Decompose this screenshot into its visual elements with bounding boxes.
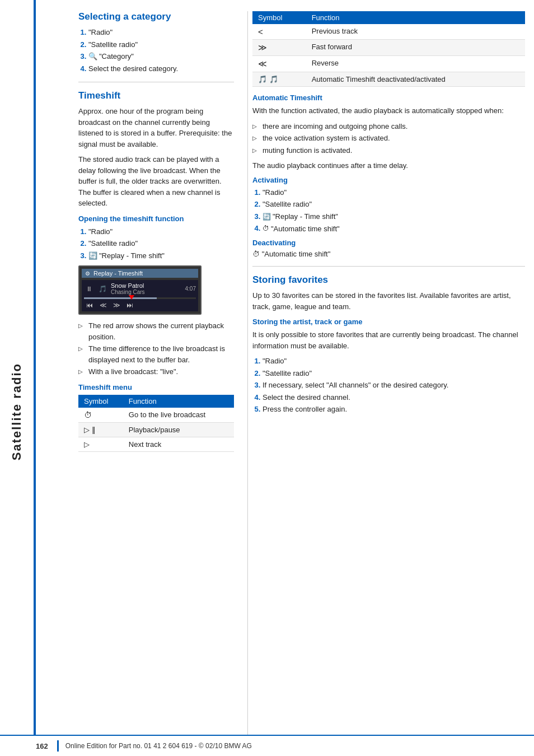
store-step-1: "Radio" (263, 356, 525, 367)
ts-track-sub: Chasing Cars (111, 289, 182, 295)
ts-title-text: Replay - Timeshift (93, 270, 143, 277)
ts-row1-func: Go to the live broadcast (123, 408, 234, 423)
table-row: ▷ ‖ Playback/pause (78, 422, 234, 437)
activating-steps: "Radio" "Satellite radio" 🔄"Replay - Tim… (263, 187, 525, 235)
timeshift-screenshot: ⚙ Replay - Timeshift ⏸ 🎵 Snow Patrol Cha… (78, 265, 202, 315)
ts-menu-func-col: Function (123, 395, 234, 408)
selecting-category-title: Selecting a category (78, 11, 234, 22)
left-column: Selecting a category "Radio" "Satellite … (69, 11, 243, 745)
sidebar-label: Satellite radio (10, 363, 24, 460)
ts-track-title: Snow Patrol (111, 282, 182, 289)
timeshift-menu-table: Symbol Function ⏱ Go to the live broadca… (78, 395, 234, 452)
store-step-5: Press the controller again. (263, 404, 525, 415)
table-row: 🎵 🎵 Automatic Timeshift deactivated/acti… (252, 72, 525, 87)
main-content: Selecting a category "Radio" "Satellite … (69, 0, 534, 756)
store-step-3: If necessary, select "All channels" or t… (263, 380, 525, 391)
store-step-2: "Satellite radio" (263, 368, 525, 379)
deactivating-section: ⏱ "Automatic time shift" (252, 250, 525, 258)
sym-row2-sym: ≫ (252, 40, 306, 56)
page-footer: 162 Online Edition for Part no. 01 41 2 … (0, 735, 534, 756)
sym-row3-func: Reverse (306, 56, 525, 72)
ts-skip-back: ⏮ (84, 301, 95, 309)
deactivating-title: Deactivating (252, 239, 525, 247)
sym-row2-func: Fast forward (306, 40, 525, 56)
auto-timeshift-title: Automatic Timeshift (252, 94, 525, 102)
replay-icon: 🔄 (88, 250, 97, 262)
ts-row1-sym: ⏱ (78, 408, 123, 423)
act-step-4: ⏱"Automatic time shift" (263, 223, 525, 234)
timeshift-title: Timeshift (78, 90, 234, 101)
step-1: "Radio" (88, 27, 234, 38)
table-row: < Previous track (252, 24, 525, 40)
ts-time: 4:07 (185, 286, 196, 292)
ts-pause-row: ⏸ 🎵 Snow Patrol Chasing Cars 4:07 (84, 282, 196, 295)
auto-bullet-2: the voice activation system is activated… (252, 133, 525, 144)
sidebar: Satellite radio (0, 0, 34, 756)
ts-row2-func: Playback/pause (123, 422, 234, 437)
opening-timeshift-steps: "Radio" "Satellite radio" 🔄"Replay - Tim… (88, 226, 234, 262)
divider-1 (78, 82, 234, 82)
ts-titlebar: ⚙ Replay - Timeshift (82, 269, 198, 278)
ts-row3-func: Next track (123, 437, 234, 451)
store-step-4: Select the desired channel. (263, 392, 525, 403)
ts-menu-sym-col: Symbol (78, 395, 123, 408)
storing-artist-steps: "Radio" "Satellite radio" If necessary, … (263, 356, 525, 415)
category-icon: 🔍 (88, 51, 97, 62)
sym-row3-sym: ≪ (252, 56, 306, 72)
ts-body: ⏸ 🎵 Snow Patrol Chasing Cars 4:07 ⏮ (82, 280, 198, 311)
ts-bullet-1: The red arrow shows the current playback… (78, 320, 234, 342)
storing-artist-body: It is only possible to store favorites t… (252, 329, 525, 351)
ts-bullet-3: With a live broadcast: "live". (78, 366, 234, 377)
storing-artist-title: Storing the artist, track or game (252, 318, 525, 326)
ts-row3-sym: ▷ (78, 437, 123, 451)
sym-row1-sym: < (252, 24, 306, 40)
auto-bullet-3: muting function is activated. (252, 145, 525, 156)
timeshift-menu-title: Timeshift menu (78, 383, 234, 391)
right-column: Symbol Function < Previous track ≫ Fast … (247, 11, 534, 745)
step-4: Select the desired category. (88, 63, 234, 74)
ts-buffer-fill (84, 297, 157, 299)
sym-col-header: Symbol (252, 11, 306, 24)
ts-skip-fwd: ⏭ (124, 301, 135, 309)
ts-bullet-2: The time difference to the live broadcas… (78, 343, 234, 365)
blue-border-line (34, 0, 36, 756)
step-2: "Satellite radio" (88, 39, 234, 50)
ts-title-icon: ⚙ (85, 270, 90, 277)
open-step-2: "Satellite radio" (88, 238, 234, 249)
activating-title: Activating (252, 176, 525, 184)
storing-favorites-title: Storing favorites (252, 274, 525, 286)
ts-pause-icon: ⏸ (84, 285, 94, 293)
auto-timeshift-body: With the function activated, the audio p… (252, 105, 525, 116)
symbol-table: Symbol Function < Previous track ≫ Fast … (252, 11, 525, 87)
auto-bullet-1: there are incoming and outgoing phone ca… (252, 121, 525, 132)
table-row: ≪ Reverse (252, 56, 525, 72)
ts-ctrl-row: ⏮ ≪ ≫ ⏭ (84, 301, 196, 309)
deact-icon: ⏱ (252, 250, 260, 258)
table-row: ▷ Next track (78, 437, 234, 451)
divider-2 (252, 266, 525, 267)
timeshift-body2: The stored audio track can be played wit… (78, 154, 234, 209)
act-step-2: "Satellite radio" (263, 199, 525, 210)
selecting-category-steps: "Radio" "Satellite radio" 🔍"Category" Se… (88, 27, 234, 74)
act-step-3: 🔄"Replay - Time shift" (263, 211, 525, 222)
ts-fastfwd: ≫ (111, 301, 122, 309)
storing-favorites-body: Up to 30 favorites can be stored in the … (252, 290, 525, 312)
ts-row2-sym: ▷ ‖ (78, 422, 123, 437)
page-number: 162 (36, 742, 48, 750)
opening-timeshift-title: Opening the timeshift function (78, 214, 234, 223)
step-3: 🔍"Category" (88, 51, 234, 62)
sym-row4-func: Automatic Timeshift deactivated/activate… (306, 72, 525, 87)
ts-music-icon: 🎵 (97, 285, 107, 293)
open-step-1: "Radio" (88, 226, 234, 237)
ts-track-info: Snow Patrol Chasing Cars (111, 282, 182, 295)
ts-buffer-bar (84, 297, 196, 299)
footer-text: Online Edition for Part no. 01 41 2 604 … (65, 742, 252, 750)
auto-timeshift-body2: The audio playback continues after a tim… (252, 160, 525, 171)
act-auto-icon: ⏱ (263, 223, 269, 234)
table-row: ≫ Fast forward (252, 40, 525, 56)
table-row: ⏱ Go to the live broadcast (78, 408, 234, 423)
timeshift-bullets: The red arrow shows the current playback… (78, 320, 234, 377)
footer-blue-line (57, 740, 59, 752)
sym-row1-func: Previous track (306, 24, 525, 40)
act-step-1: "Radio" (263, 187, 525, 198)
